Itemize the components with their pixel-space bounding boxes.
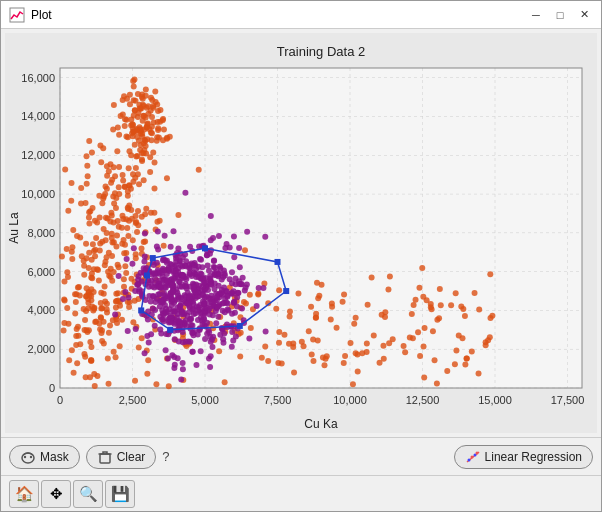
main-window: Plot ─ □ ✕ Mask Clear [0, 0, 602, 512]
help-text: ? [162, 449, 169, 464]
svg-point-9 [475, 451, 478, 454]
move-button[interactable]: ✥ [41, 480, 71, 508]
scatter-plot[interactable] [5, 33, 597, 433]
save-button[interactable]: 💾 [105, 480, 135, 508]
app-icon [9, 7, 25, 23]
plot-toolbar: 🏠 ✥ 🔍 💾 [1, 475, 601, 511]
clear-button[interactable]: Clear [86, 445, 157, 469]
linear-regression-icon [465, 449, 481, 465]
clear-label: Clear [117, 450, 146, 464]
svg-rect-4 [100, 454, 110, 463]
mask-button[interactable]: Mask [9, 445, 80, 469]
bottom-toolbar: Mask Clear ? Linear Regression [1, 437, 601, 475]
window-title: Plot [31, 8, 527, 22]
close-button[interactable]: ✕ [575, 6, 593, 24]
maximize-button[interactable]: □ [551, 6, 569, 24]
home-icon: 🏠 [15, 485, 34, 503]
svg-point-2 [24, 455, 26, 457]
zoom-icon: 🔍 [79, 485, 98, 503]
linear-regression-label: Linear Regression [485, 450, 582, 464]
linear-regression-button[interactable]: Linear Regression [454, 445, 593, 469]
plot-area[interactable] [5, 33, 597, 433]
minimize-button[interactable]: ─ [527, 6, 545, 24]
title-bar: Plot ─ □ ✕ [1, 1, 601, 29]
zoom-button[interactable]: 🔍 [73, 480, 103, 508]
mask-icon [20, 449, 36, 465]
window-controls: ─ □ ✕ [527, 6, 593, 24]
svg-point-6 [467, 458, 470, 461]
move-icon: ✥ [50, 485, 63, 503]
svg-point-3 [30, 455, 32, 457]
svg-point-7 [470, 455, 473, 458]
home-button[interactable]: 🏠 [9, 480, 39, 508]
svg-rect-0 [10, 8, 24, 22]
save-icon: 💾 [111, 485, 130, 503]
mask-label: Mask [40, 450, 69, 464]
clear-icon [97, 449, 113, 465]
